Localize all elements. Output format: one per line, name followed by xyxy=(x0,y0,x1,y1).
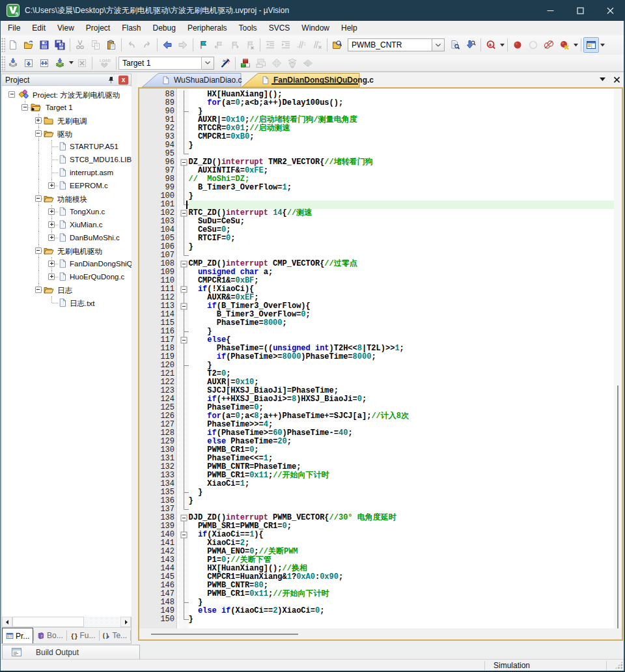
bookmark-next-button[interactable] xyxy=(227,37,242,53)
code-line-150[interactable]: 150} xyxy=(139,615,622,624)
fold-collapse-icon[interactable] xyxy=(179,336,189,344)
open-file-button[interactable] xyxy=(21,37,36,53)
options-for-target-button[interactable] xyxy=(217,55,233,71)
indent-button[interactable] xyxy=(278,37,294,53)
find-in-files-button[interactable] xyxy=(329,37,345,53)
unindent-button[interactable] xyxy=(262,37,278,53)
tree-item-驱动[interactable]: 驱动 xyxy=(2,127,132,140)
code-line-106[interactable]: 106} xyxy=(139,243,622,251)
tree-item-DanBuMoShi-c[interactable]: DanBuMoShi.c xyxy=(2,231,132,244)
paste-button[interactable] xyxy=(104,37,119,53)
build-button[interactable] xyxy=(21,55,36,71)
undo-button[interactable] xyxy=(124,37,139,53)
expand-icon[interactable] xyxy=(48,260,55,267)
maximize-button[interactable] xyxy=(565,0,595,21)
target-select-dropdown[interactable] xyxy=(202,57,214,70)
expand-icon[interactable] xyxy=(48,273,55,280)
panel-tab-project[interactable]: Pr... xyxy=(2,628,33,643)
tree-item-日志-txt[interactable]: 日志.txt xyxy=(2,296,132,309)
hscroll-thumb[interactable] xyxy=(12,617,84,627)
tree-item-功能模块[interactable]: 功能模块 xyxy=(2,192,132,205)
stop-build-button[interactable] xyxy=(74,55,90,71)
code-line-134[interactable]: 134 XiaoCi=1; xyxy=(139,480,622,488)
expand-icon[interactable] xyxy=(35,117,42,124)
collapse-icon[interactable] xyxy=(35,287,42,293)
resize-grip[interactable] xyxy=(615,661,623,669)
manage-multiproject-button[interactable] xyxy=(300,55,316,71)
code-line-147[interactable]: 147 PWMB_CR1=0x11;//开始向下计时 xyxy=(139,590,622,598)
batch-build-dropdown-caret[interactable] xyxy=(68,55,74,71)
download-button[interactable]: LOAD xyxy=(94,55,114,71)
translate-button[interactable] xyxy=(5,55,21,71)
tree-item-Target-1[interactable]: Target 1 xyxy=(2,101,132,114)
find-in-files-dialog-button[interactable] xyxy=(447,37,463,53)
scroll-right-arrow[interactable] xyxy=(120,617,131,627)
expand-icon[interactable] xyxy=(48,221,55,228)
expand-icon[interactable] xyxy=(48,208,55,215)
breakpoint-kill-all-button[interactable] xyxy=(557,37,572,53)
tree-item-STC8-MDU16-LIB[interactable]: STC8_MDU16.LIB xyxy=(2,153,132,166)
menu-view[interactable]: View xyxy=(51,21,80,35)
document-tab-WuShuaDianDiao.c[interactable]: WuShuaDianDiao.c xyxy=(142,73,243,87)
vscroll-thumb[interactable] xyxy=(617,385,618,633)
fold-collapse-icon[interactable] xyxy=(179,209,189,217)
tree-item-EEPROM-c[interactable]: EEPROM.c xyxy=(2,179,132,192)
code-line-149[interactable]: 149 else if(XiaoCi==2)XiaoCi=0; xyxy=(139,607,622,615)
menu-svcs[interactable]: SVCS xyxy=(263,21,296,35)
save-button[interactable] xyxy=(36,37,52,53)
target-select[interactable]: Target 1 xyxy=(118,57,202,70)
menu-window[interactable]: Window xyxy=(296,21,335,35)
new-file-button[interactable] xyxy=(5,37,21,53)
tree-item-Project-方波无刷电机驱动[interactable]: Project: 方波无刷电机驱动 xyxy=(2,88,132,101)
save-all-button[interactable] xyxy=(52,37,68,53)
menu-tools[interactable]: Tools xyxy=(233,21,263,35)
menu-project[interactable]: Project xyxy=(80,21,116,35)
search-combo[interactable]: PWMB_CNTR xyxy=(348,38,432,51)
minimize-button[interactable] xyxy=(535,0,565,21)
menu-debug[interactable]: Debug xyxy=(147,21,182,35)
project-panel-hscrollbar[interactable] xyxy=(2,617,131,627)
code-line-99[interactable]: 99 B_Timer3_OverFlow=1; xyxy=(139,184,622,192)
breakpoint-enable-disable-button[interactable] xyxy=(525,37,541,53)
tree-item-无刷电调[interactable]: 无刷电调 xyxy=(2,114,132,127)
panel-tab-books[interactable]: ?Bo... xyxy=(34,628,66,643)
menu-flash[interactable]: Flash xyxy=(116,21,146,35)
comment-selection-button[interactable] xyxy=(294,37,309,53)
document-tab-FanDianDongShiQuDong.c[interactable]: FanDianDongShiQuDong.c xyxy=(242,73,361,87)
pin-icon[interactable] xyxy=(106,76,115,85)
nav-forward-button[interactable] xyxy=(175,37,191,53)
find-symbol-dropdown-caret[interactable] xyxy=(499,37,505,53)
batch-build-button[interactable] xyxy=(52,55,68,71)
rebuild-all-button[interactable] xyxy=(36,55,52,71)
nav-back-button[interactable] xyxy=(160,37,175,53)
collapse-icon[interactable] xyxy=(21,104,28,111)
bookmark-clear-all-button[interactable] xyxy=(242,37,258,53)
code-line-135[interactable]: 135 } xyxy=(139,488,622,497)
collapse-icon[interactable] xyxy=(35,195,42,202)
collapse-icon[interactable] xyxy=(35,130,42,137)
expand-icon[interactable] xyxy=(48,234,55,241)
code-line-105[interactable]: 105 RTCIF=0; xyxy=(139,234,622,243)
bookmark-toggle-button[interactable] xyxy=(195,37,211,53)
manage-rte-button[interactable] xyxy=(238,55,253,71)
code-line-94[interactable]: 94} xyxy=(139,141,622,150)
collapse-icon[interactable] xyxy=(35,247,42,254)
tree-item-无刷电机驱动[interactable]: 无刷电机驱动 xyxy=(2,244,132,257)
editor-vscrollbar[interactable] xyxy=(614,89,622,628)
menu-peripherals[interactable]: Peripherals xyxy=(182,21,233,35)
uncomment-selection-button[interactable] xyxy=(309,37,325,53)
window-layout-button[interactable] xyxy=(583,37,599,53)
breakpoint-kill-all-dropdown-caret[interactable] xyxy=(572,37,579,53)
editor-hscrollbar[interactable] xyxy=(139,628,622,639)
fold-collapse-icon[interactable] xyxy=(179,285,189,294)
window-layout-dropdown-caret[interactable] xyxy=(599,37,605,53)
fold-collapse-icon[interactable] xyxy=(179,302,189,311)
code-line-136[interactable]: 136} xyxy=(139,497,622,505)
breakpoint-toggle-button[interactable] xyxy=(510,37,525,53)
tree-item-STARTUP-A51[interactable]: STARTUP.A51 xyxy=(2,140,132,153)
scroll-left-arrow[interactable] xyxy=(2,617,12,627)
code-line-93[interactable]: 93 CMPCR1=0xB0; xyxy=(139,133,622,141)
panel-tab-functions[interactable]: {}Fu... xyxy=(67,628,99,643)
close-button[interactable] xyxy=(595,0,625,21)
menu-help[interactable]: Help xyxy=(335,21,363,35)
